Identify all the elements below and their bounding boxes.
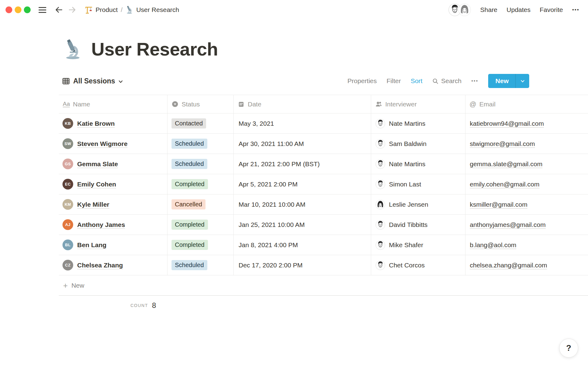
- column-header-interviewer[interactable]: Interviewer: [371, 95, 466, 113]
- person-name-link[interactable]: Kyle Miller: [77, 201, 109, 208]
- email-link[interactable]: gemma.slate@gmail.com: [470, 160, 542, 168]
- person-name-link[interactable]: Anthony James: [77, 221, 125, 228]
- name-cell[interactable]: EC Emily Cohen: [59, 174, 168, 194]
- minimize-window-button[interactable]: [15, 6, 21, 13]
- page-title[interactable]: User Research: [91, 39, 218, 60]
- date-cell[interactable]: Jan 8, 2021 4:00 PM: [234, 235, 371, 255]
- name-cell[interactable]: SW Steven Wigmore: [59, 134, 168, 154]
- zoom-window-button[interactable]: [24, 6, 31, 13]
- interviewer-cell[interactable]: Leslie Jensen: [371, 194, 466, 214]
- email-link[interactable]: anthonyjames@gmail.com: [470, 221, 546, 228]
- date-cell[interactable]: Apr 5, 2021 2:00 PM: [234, 174, 371, 194]
- close-window-button[interactable]: [6, 6, 12, 13]
- email-link[interactable]: emily.cohen@gmail.com: [470, 181, 540, 188]
- more-options-icon[interactable]: •••: [572, 7, 579, 13]
- date-cell[interactable]: Dec 17, 2020 2:00 PM: [234, 255, 371, 275]
- status-cell[interactable]: Completed: [168, 215, 234, 235]
- column-header-status[interactable]: Status: [168, 95, 234, 113]
- properties-button[interactable]: Properties: [348, 77, 377, 85]
- date-cell[interactable]: Apr 21, 2021 2:00 PM (BST): [234, 154, 371, 174]
- email-cell[interactable]: chelsea.zhang@gmail.com: [466, 255, 588, 275]
- interviewer-cell[interactable]: David Tibbitts: [371, 215, 466, 235]
- calendar-icon: [238, 101, 245, 108]
- back-button[interactable]: [54, 5, 63, 14]
- view-more-options-icon[interactable]: •••: [471, 78, 478, 84]
- email-cell[interactable]: katiebrown94@gmail.com: [466, 113, 588, 133]
- page-microscope-icon[interactable]: [63, 39, 83, 59]
- email-cell[interactable]: gemma.slate@gmail.com: [466, 154, 588, 174]
- person-name-link[interactable]: Emily Cohen: [77, 181, 116, 188]
- name-cell[interactable]: BL Ben Lang: [59, 235, 168, 255]
- person-name-link[interactable]: Ben Lang: [77, 241, 107, 249]
- table-row[interactable]: CZ Chelsea Zhang Scheduled Dec 17, 2020 …: [59, 255, 588, 275]
- person-name-link[interactable]: Gemma Slate: [77, 160, 118, 168]
- table-row[interactable]: SW Steven Wigmore Scheduled Apr 30, 2021…: [59, 134, 588, 154]
- name-cell[interactable]: KB Katie Brown: [59, 113, 168, 133]
- table-row[interactable]: BL Ben Lang Completed Jan 8, 2021 4:00 P…: [59, 235, 588, 255]
- date-cell[interactable]: May 3, 2021: [234, 113, 371, 133]
- email-link[interactable]: stwigmore@gmail.com: [470, 140, 535, 148]
- name-cell[interactable]: CZ Chelsea Zhang: [59, 255, 168, 275]
- status-cell[interactable]: Scheduled: [168, 255, 234, 275]
- sidebar-menu-icon[interactable]: [39, 7, 46, 13]
- person-name-link[interactable]: Katie Brown: [77, 120, 115, 127]
- table-row[interactable]: GS Gemma Slate Scheduled Apr 21, 2021 2:…: [59, 154, 588, 174]
- share-button[interactable]: Share: [480, 6, 497, 13]
- person-name-link[interactable]: Chelsea Zhang: [77, 262, 123, 269]
- breadcrumb-page[interactable]: User Research: [126, 6, 179, 14]
- email-cell[interactable]: b.lang@aol.com: [466, 235, 588, 255]
- breadcrumb-workspace[interactable]: Product: [85, 6, 118, 14]
- name-cell[interactable]: KM Kyle Miller: [59, 194, 168, 214]
- email-link[interactable]: b.lang@aol.com: [470, 241, 516, 249]
- new-button[interactable]: New: [488, 74, 529, 88]
- table-row[interactable]: KB Katie Brown Contacted May 3, 2021 Nat…: [59, 113, 588, 134]
- table-row[interactable]: KM Kyle Miller Cancelled Mar 10, 2021 10…: [59, 194, 588, 215]
- count-aggregate[interactable]: COUNT 8: [59, 296, 588, 315]
- status-cell[interactable]: Cancelled: [168, 194, 234, 214]
- email-cell[interactable]: stwigmore@gmail.com: [466, 134, 588, 154]
- status-cell[interactable]: Completed: [168, 235, 234, 255]
- breadcrumb-page-label: User Research: [136, 6, 179, 13]
- table-row[interactable]: EC Emily Cohen Completed Apr 5, 2021 2:0…: [59, 174, 588, 194]
- email-link[interactable]: katiebrown94@gmail.com: [470, 120, 544, 127]
- column-header-name[interactable]: Aa Name: [59, 95, 168, 113]
- new-dropdown-button[interactable]: [516, 74, 529, 88]
- text-aa-icon: Aa: [63, 101, 70, 108]
- date-cell[interactable]: Mar 10, 2021 10:00 AM: [234, 194, 371, 214]
- date-cell[interactable]: Apr 30, 2021 11:00 AM: [234, 134, 371, 154]
- interviewer-cell[interactable]: Nate Martins: [371, 113, 466, 133]
- updates-button[interactable]: Updates: [507, 6, 530, 13]
- collaborator-avatar: [458, 3, 471, 16]
- column-header-date[interactable]: Date: [234, 95, 371, 113]
- status-cell[interactable]: Scheduled: [168, 154, 234, 174]
- sort-button[interactable]: Sort: [411, 77, 423, 85]
- view-switcher[interactable]: All Sessions: [62, 77, 123, 85]
- help-button[interactable]: ?: [559, 339, 578, 358]
- email-cell[interactable]: emily.cohen@gmail.com: [466, 174, 588, 194]
- status-cell[interactable]: Scheduled: [168, 134, 234, 154]
- interviewer-cell[interactable]: Simon Last: [371, 174, 466, 194]
- forward-button[interactable]: [68, 5, 77, 14]
- name-cell[interactable]: GS Gemma Slate: [59, 154, 168, 174]
- interviewer-cell[interactable]: Chet Corcos: [371, 255, 466, 275]
- filter-button[interactable]: Filter: [386, 77, 401, 85]
- interviewer-cell[interactable]: Nate Martins: [371, 154, 466, 174]
- favorite-button[interactable]: Favorite: [540, 6, 563, 13]
- interviewer-cell[interactable]: Mike Shafer: [371, 235, 466, 255]
- add-row-button[interactable]: + New: [59, 275, 588, 296]
- interviewer-avatar: [375, 119, 385, 128]
- interviewer-cell[interactable]: Sam Baldwin: [371, 134, 466, 154]
- status-cell[interactable]: Contacted: [168, 113, 234, 133]
- column-header-email[interactable]: @ Email: [466, 95, 588, 113]
- collaborator-avatars[interactable]: [448, 3, 471, 16]
- person-name-link[interactable]: Steven Wigmore: [77, 140, 127, 148]
- name-cell[interactable]: AJ Anthony James: [59, 215, 168, 235]
- search-button[interactable]: Search: [432, 77, 462, 85]
- email-cell[interactable]: ksmiller@gmail.com: [466, 194, 588, 214]
- status-cell[interactable]: Completed: [168, 174, 234, 194]
- table-row[interactable]: AJ Anthony James Completed Jan 25, 2021 …: [59, 215, 588, 235]
- email-link[interactable]: chelsea.zhang@gmail.com: [470, 262, 547, 269]
- email-cell[interactable]: anthonyjames@gmail.com: [466, 215, 588, 235]
- date-cell[interactable]: Jan 25, 2021 10:00 AM: [234, 215, 371, 235]
- email-link[interactable]: ksmiller@gmail.com: [470, 201, 527, 208]
